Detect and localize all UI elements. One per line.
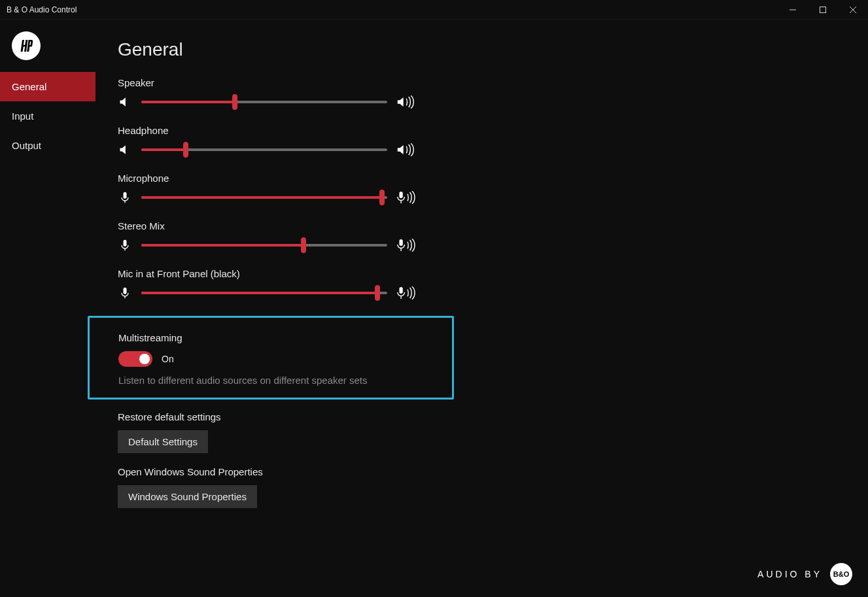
slider-stereo-mix: Stereo Mix [118, 220, 419, 252]
slider-track[interactable] [141, 244, 387, 247]
toggle-knob [139, 354, 150, 364]
windows-sound-properties-button[interactable]: Windows Sound Properties [118, 485, 257, 508]
speaker-icon [118, 143, 132, 157]
hp-logo [12, 31, 41, 60]
sidebar-item-label: General [12, 81, 46, 92]
slider-track[interactable] [141, 196, 387, 199]
mic-waves-icon [396, 238, 419, 252]
footer-text: AUDIO BY [757, 569, 822, 579]
svg-rect-13 [124, 288, 127, 294]
titlebar: B & O Audio Control [0, 0, 868, 20]
slider-speaker: Speaker [118, 77, 419, 109]
default-settings-button[interactable]: Default Settings [118, 430, 208, 453]
sound-properties-section: Open Windows Sound Properties Windows So… [118, 466, 868, 508]
content: General SpeakerHeadphoneMicrophoneStereo… [95, 20, 868, 597]
sidebar-item-general[interactable]: General [0, 72, 95, 101]
slider-thumb[interactable] [375, 285, 380, 301]
slider-label: Mic in at Front Panel (black) [118, 268, 419, 279]
sidebar-item-output[interactable]: Output [0, 131, 95, 160]
slider-label: Stereo Mix [118, 220, 419, 231]
restore-section: Restore default settings Default Setting… [118, 411, 868, 453]
svg-rect-5 [124, 192, 127, 199]
slider-headphone: Headphone [118, 125, 419, 157]
mic-icon [118, 238, 132, 252]
footer-brand: AUDIO BY B&O [757, 563, 852, 585]
slider-track[interactable] [141, 101, 387, 103]
slider-microphone: Microphone [118, 173, 419, 205]
sidebar-item-label: Output [12, 140, 41, 151]
multistreaming-state: On [162, 354, 174, 364]
svg-rect-11 [399, 239, 402, 246]
close-button[interactable] [838, 0, 868, 20]
multistreaming-title: Multistreaming [118, 332, 434, 343]
mic-waves-icon [396, 190, 419, 205]
sidebar: General Input Output [0, 20, 95, 597]
slider-thumb[interactable] [301, 237, 306, 253]
sidebar-item-label: Input [12, 111, 33, 122]
speaker-icon [118, 95, 132, 109]
mic-icon [118, 190, 132, 205]
mic-icon [118, 286, 132, 300]
minimize-button[interactable] [778, 0, 808, 20]
svg-rect-1 [820, 7, 826, 12]
slider-mic-in-at-front-panel-black-: Mic in at Front Panel (black) [118, 268, 419, 300]
slider-label: Headphone [118, 125, 419, 136]
multistreaming-description: Listen to different audio sources on dif… [118, 375, 434, 386]
window-title: B & O Audio Control [7, 5, 77, 14]
mic-waves-icon [396, 286, 419, 300]
maximize-button[interactable] [808, 0, 838, 20]
slider-track[interactable] [141, 148, 387, 151]
multistreaming-toggle[interactable] [118, 351, 152, 367]
slider-thumb[interactable] [232, 94, 237, 110]
slider-label: Microphone [118, 173, 419, 184]
sound-properties-title: Open Windows Sound Properties [118, 466, 868, 477]
bang-olufsen-logo-icon: B&O [830, 563, 852, 585]
slider-thumb[interactable] [183, 142, 188, 158]
page-title: General [118, 39, 868, 60]
svg-rect-7 [399, 192, 402, 198]
slider-thumb[interactable] [379, 190, 385, 205]
sidebar-item-input[interactable]: Input [0, 101, 95, 131]
slider-label: Speaker [118, 77, 419, 88]
speaker-waves-icon [396, 95, 419, 109]
speaker-waves-icon [396, 143, 419, 157]
multistreaming-panel: Multistreaming On Listen to different au… [88, 316, 454, 400]
slider-track[interactable] [141, 292, 387, 294]
svg-rect-15 [399, 287, 402, 294]
svg-rect-9 [124, 240, 127, 247]
restore-title: Restore default settings [118, 411, 868, 422]
